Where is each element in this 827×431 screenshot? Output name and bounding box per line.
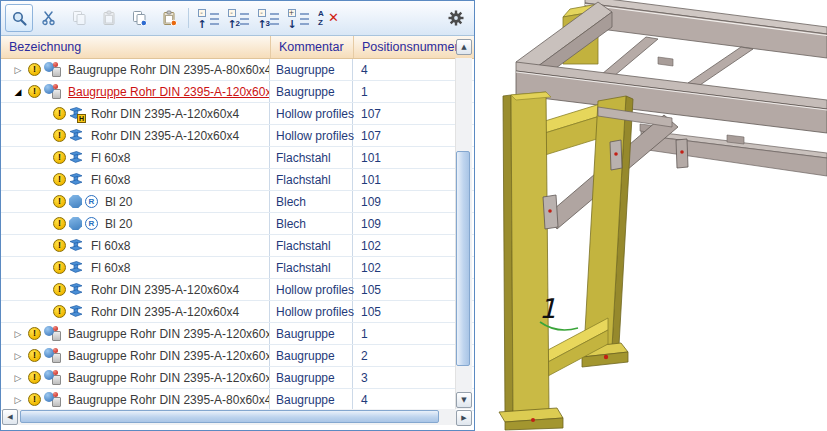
settings-gear-button[interactable] [442, 4, 470, 32]
cell-positionsnummer: 1 [353, 323, 456, 344]
assembly-icon [44, 84, 61, 99]
expand-list-icon: +↓ [288, 9, 309, 28]
profile-icon [69, 260, 84, 275]
horizontal-scrollbar-thumb[interactable] [20, 410, 439, 423]
expander-icon[interactable]: ▷ [11, 373, 25, 383]
assembly-icon [44, 392, 61, 407]
cell-bezeichnung: ▷!Baugruppe Rohr DIN 2395-A-80x60x4 [1, 389, 270, 410]
warning-icon: ! [53, 151, 66, 164]
paste-plus-icon [161, 10, 178, 27]
table-row[interactable]: !Rohr DIN 2395-A-120x60x4Hollow profiles… [1, 125, 474, 147]
scroll-down-button[interactable]: ▼ [456, 392, 472, 408]
column-top-cross-member [545, 104, 600, 155]
search-button[interactable] [5, 4, 33, 32]
table-row[interactable]: !Rohr DIN 2395-A-120x60x4Hollow profiles… [1, 279, 474, 301]
cell-bezeichnung: !Fl 60x8 [1, 147, 270, 168]
table-row[interactable]: ▷!Baugruppe Rohr DIN 2395-A-120x60x4Baug… [1, 367, 474, 389]
cell-bezeichnung: ◢!Baugruppe Rohr DIN 2395-A-120x60x4 [1, 81, 270, 102]
paste-plus-button[interactable] [155, 4, 183, 32]
part-designation: Rohr DIN 2395-A-120x60x4 [91, 107, 239, 121]
cell-bezeichnung: !Fl 60x8 [1, 169, 270, 190]
cut-button[interactable] [35, 4, 63, 32]
warning-icon: ! [28, 85, 41, 98]
warning-icon: ! [28, 63, 41, 76]
part-designation: Rohr DIN 2395-A-120x60x4 [91, 283, 239, 297]
scroll-right-button[interactable]: ▶ [456, 410, 472, 426]
scroll-left-button[interactable]: ◀ [2, 409, 18, 425]
table-row[interactable]: !Fl 60x8Flachstahl101 [1, 169, 474, 191]
expander-icon[interactable]: ▷ [11, 351, 25, 361]
part-designation: Fl 60x8 [91, 151, 130, 165]
expand-list-button[interactable]: +↓ [284, 4, 312, 32]
vertical-scrollbar-thumb[interactable] [456, 151, 470, 366]
3d-viewport[interactable]: 1 [476, 0, 827, 431]
part-designation: Fl 60x8 [91, 173, 130, 187]
expander-icon[interactable]: ◢ [11, 87, 25, 97]
profile-icon [69, 150, 84, 165]
frame-back-rail [585, 0, 827, 58]
part-designation: Rohr DIN 2395-A-120x60x4 [91, 129, 239, 143]
collapse-list-button[interactable]: -↑ [194, 4, 222, 32]
cell-bezeichnung: ▷!Baugruppe Rohr DIN 2395-A-80x60x4 [1, 59, 270, 80]
table-row[interactable]: !Rohr DIN 2395-A-120x60x4Hollow profiles… [1, 301, 474, 323]
cell-positionsnummer: 3 [353, 367, 456, 388]
cell-bezeichnung: !Rohr DIN 2395-A-120x60x4 [1, 301, 270, 322]
column-header-positionsnummer[interactable]: Positionsnummer [353, 36, 456, 58]
profile-icon [69, 238, 84, 253]
cell-positionsnummer: 4 [353, 389, 456, 410]
table-row[interactable]: !Fl 60x8Flachstahl101 [1, 147, 474, 169]
table-row[interactable]: !RBl 20Blech109 [1, 213, 474, 235]
table-row[interactable]: ▷!Baugruppe Rohr DIN 2395-A-80x60x4Baugr… [1, 59, 474, 81]
cell-positionsnummer: 109 [353, 213, 456, 234]
table-row[interactable]: ◢!Baugruppe Rohr DIN 2395-A-120x60x4Baug… [1, 81, 474, 103]
table-row[interactable]: ▷!Baugruppe Rohr DIN 2395-A-120x60x4Baug… [1, 345, 474, 367]
table-row[interactable]: !HRohr DIN 2395-A-120x60x4Hollow profile… [1, 103, 474, 125]
structure-panel: -↑-↑2-↑3+↓AZ✕ Bezeichnung Kommentar Posi… [0, 0, 475, 431]
warning-icon: ! [28, 327, 41, 340]
frame-lower-beam [641, 128, 827, 176]
table-row[interactable]: ▷!Baugruppe Rohr DIN 2395-A-120x60x4Baug… [1, 323, 474, 345]
expander-icon[interactable]: ▷ [11, 329, 25, 339]
table-row[interactable]: !Fl 60x8Flachstahl102 [1, 257, 474, 279]
warning-icon: ! [28, 371, 41, 384]
referenced-icon: R [85, 195, 98, 208]
clear-sort-button[interactable]: AZ✕ [314, 4, 342, 32]
expander-icon[interactable]: ▷ [11, 395, 25, 405]
paste-button[interactable] [95, 4, 123, 32]
cell-kommentar: Hollow profiles [270, 125, 353, 146]
cell-kommentar: Flachstahl [270, 257, 353, 278]
toolbar-separator [188, 8, 189, 28]
cell-kommentar: Blech [270, 213, 353, 234]
warning-icon: ! [28, 349, 41, 362]
collapse-level-button[interactable]: -↑3 [254, 4, 282, 32]
warning-icon: ! [53, 107, 66, 120]
assembly-icon [44, 62, 61, 77]
part-designation: Baugruppe Rohr DIN 2395-A-120x60x4 [68, 85, 270, 99]
column-header-bezeichnung[interactable]: Bezeichnung [1, 36, 270, 58]
warning-icon: ! [53, 195, 66, 208]
collapse-level-button[interactable]: -↑2 [224, 4, 252, 32]
part-designation: Baugruppe Rohr DIN 2395-A-120x60x4 [68, 349, 270, 363]
position-annotation[interactable]: 1 [539, 293, 556, 324]
copy-plus-icon [131, 10, 148, 27]
cell-bezeichnung: ▷!Baugruppe Rohr DIN 2395-A-120x60x4 [1, 345, 270, 366]
part-designation: Baugruppe Rohr DIN 2395-A-80x60x4 [68, 63, 270, 77]
profile-icon: H [69, 106, 84, 121]
bottom-cross-member[interactable] [548, 318, 608, 376]
column-header-kommentar[interactable]: Kommentar [270, 36, 353, 58]
table-row[interactable]: ▷!Baugruppe Rohr DIN 2395-A-80x60x4Baugr… [1, 389, 474, 411]
scroll-up-button[interactable]: ▲ [456, 39, 472, 55]
vertical-scrollbar[interactable] [455, 58, 472, 409]
copy-plus-button[interactable] [125, 4, 153, 32]
cell-kommentar: Baugruppe [270, 345, 353, 366]
copy-button[interactable] [65, 4, 93, 32]
warning-icon: ! [53, 283, 66, 296]
cell-kommentar: Blech [270, 191, 353, 212]
table-row[interactable]: !Fl 60x8Flachstahl102 [1, 235, 474, 257]
horizontal-scrollbar[interactable]: ◀ [2, 409, 456, 425]
expander-icon[interactable]: ▷ [11, 65, 25, 75]
cell-positionsnummer: 102 [353, 235, 456, 256]
cell-kommentar: Baugruppe [270, 389, 353, 410]
profile-icon [69, 282, 84, 297]
table-row[interactable]: !RBl 20Blech109 [1, 191, 474, 213]
